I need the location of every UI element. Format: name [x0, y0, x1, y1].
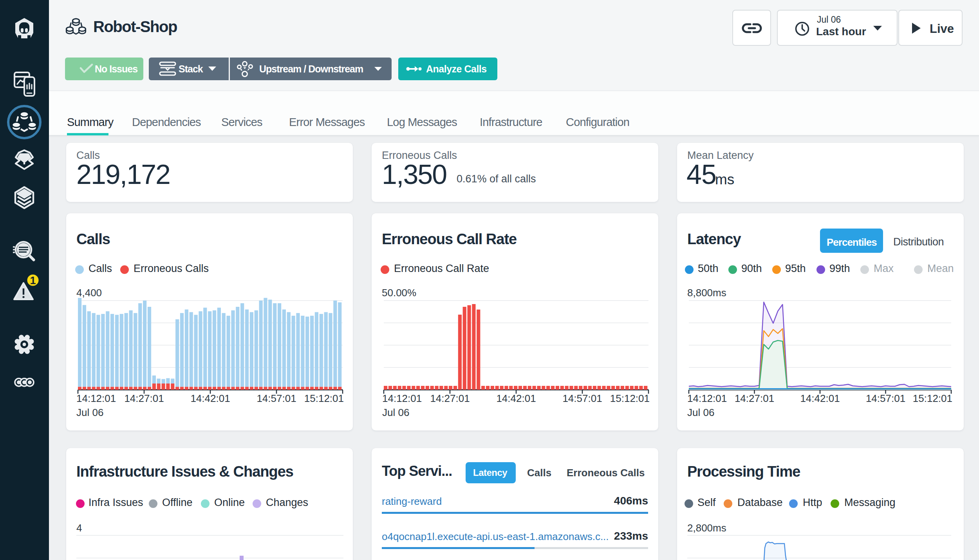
svg-text:1: 1	[30, 275, 36, 286]
